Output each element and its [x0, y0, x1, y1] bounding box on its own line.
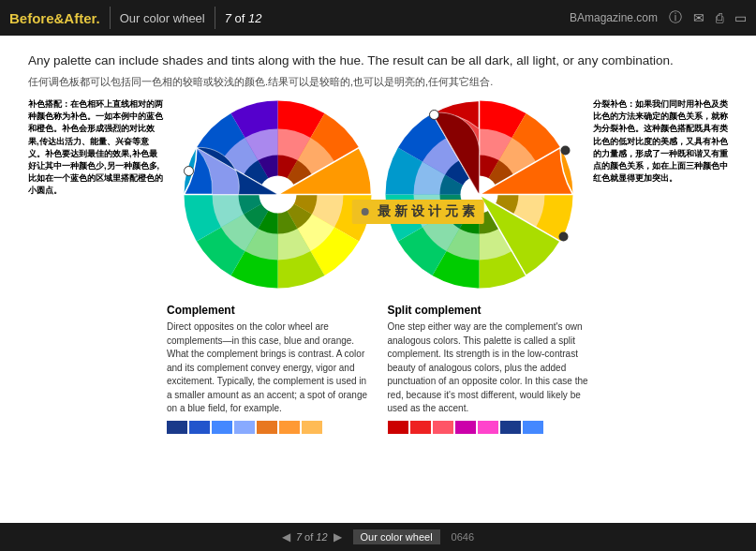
footer-code: 0646: [452, 531, 474, 543]
complement-description: Complement Direct opposites on the color…: [167, 304, 369, 434]
header-site: BAmagazine.com: [570, 11, 658, 24]
swatch-red-mid: [410, 421, 431, 434]
footer-page-indicator: 7 of 12: [296, 531, 328, 543]
svg-point-6: [558, 232, 568, 242]
split-complement-text: One step either way are the complement's…: [388, 320, 590, 416]
header-logo: Before&After.: [9, 10, 100, 26]
content-area: 补色搭配：在色相环上直线相对的两种颜色称为补色。一如本例中的蓝色和橙色。补色会形…: [28, 98, 728, 434]
swatch-magenta: [455, 421, 476, 434]
right-description: 分裂补色：如果我们同时用补色及类比色的方法来确定的颜色关系，就称为分裂补色。这种…: [589, 98, 728, 434]
page-number: 7: [225, 11, 231, 25]
svg-point-7: [560, 146, 570, 156]
header-right-controls: BAmagazine.com ⓘ ✉ ⎙ ▭: [570, 9, 747, 26]
logo-before: Before: [9, 10, 54, 26]
footer-page-total: 12: [316, 531, 327, 543]
swatch-blue3: [523, 421, 543, 434]
logo-amp: &: [54, 10, 65, 26]
split-complement-wheel: [383, 98, 575, 294]
complement-text: Direct opposites on the color wheel are …: [167, 320, 369, 416]
swatch-orange-mid: [279, 421, 300, 434]
swatch-pink: [433, 421, 453, 434]
window-icon[interactable]: ▭: [734, 10, 747, 25]
header-divider-2: [215, 7, 215, 29]
next-page-button[interactable]: ▶: [334, 530, 342, 544]
svg-point-5: [429, 111, 438, 120]
split-complement-title: Split complement: [388, 304, 590, 317]
prev-page-button[interactable]: ◀: [282, 530, 290, 544]
tooltip-dot: [361, 208, 368, 216]
split-complement-wheel-svg: [383, 98, 575, 290]
swatch-blue-light: [212, 421, 232, 434]
complement-title: Complement: [167, 304, 369, 317]
header-title: Our color wheel: [120, 11, 205, 25]
header-divider-1: [110, 7, 111, 29]
wheels-container: [182, 98, 575, 294]
email-icon[interactable]: ✉: [693, 10, 704, 25]
info-icon[interactable]: ⓘ: [669, 9, 682, 26]
swatch-blue-dark: [167, 421, 187, 434]
swatch-pink-light: [478, 421, 498, 434]
complement-wheel-svg: [182, 98, 374, 290]
swatch-blue-lighter: [234, 421, 255, 434]
footer-page-num: 7: [296, 531, 302, 543]
footer-nav: ◀ 7 of 12 ▶ Our color wheel 0646: [282, 529, 474, 544]
footer: ◀ 7 of 12 ▶ Our color wheel 0646: [0, 523, 756, 551]
tooltip-label: 最 新 设 计 元 素: [378, 203, 474, 220]
center-col: 最 新 设 计 元 素: [167, 98, 589, 434]
bottom-section: Complement Direct opposites on the color…: [167, 304, 589, 434]
complement-wheel: [182, 98, 374, 294]
page-total: 12: [248, 11, 261, 25]
intro-chinese: 任何调色板都可以包括同一色相的较暗或较浅的颜色.结果可以是较暗的,也可以是明亮的…: [28, 74, 728, 90]
main-content: Any palette can include shades and tints…: [0, 36, 756, 443]
header-page-indicator: 7 of 12: [225, 11, 262, 25]
right-title-zh: 分裂补色：如果我们同时用补色及类比色的方法来确定的颜色关系，就称为分裂补色。这种…: [593, 99, 728, 182]
swatch-orange-light: [302, 421, 322, 434]
swatch-blue2: [500, 421, 521, 434]
swatch-blue-mid: [189, 421, 210, 434]
swatch-orange-dark: [257, 421, 277, 434]
tooltip-badge: 最 新 设 计 元 素: [351, 200, 483, 224]
logo-after: After.: [64, 10, 99, 26]
header: Before&After. Our color wheel 7 of 12 BA…: [0, 0, 756, 36]
intro-english: Any palette can include shades and tints…: [28, 52, 728, 70]
footer-title: Our color wheel: [353, 529, 440, 544]
left-description: 补色搭配：在色相环上直线相对的两种颜色称为补色。一如本例中的蓝色和橙色。补色会形…: [28, 98, 167, 434]
split-complement-description: Split complement One step either way are…: [388, 304, 590, 434]
left-title-zh: 补色搭配：在色相环上直线相对的两种颜色称为补色。一如本例中的蓝色和橙色。补色会形…: [28, 99, 163, 194]
svg-point-2: [184, 167, 193, 176]
swatch-red-dark: [388, 421, 408, 434]
print-icon[interactable]: ⎙: [716, 10, 723, 25]
